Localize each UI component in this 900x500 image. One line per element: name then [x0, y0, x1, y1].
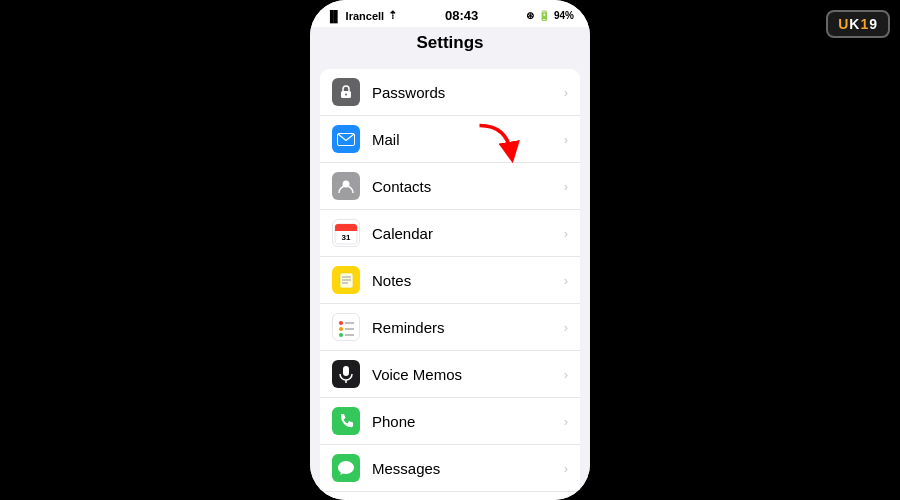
messages-chevron: ›: [564, 461, 568, 476]
settings-row-mail[interactable]: Mail ›: [320, 116, 580, 163]
settings-row-reminders[interactable]: Reminders ›: [320, 304, 580, 351]
settings-list: Passwords › Mail ›: [310, 61, 590, 500]
mail-label: Mail: [372, 131, 564, 148]
passwords-label: Passwords: [372, 84, 564, 101]
svg-point-14: [339, 327, 343, 331]
messages-label: Messages: [372, 460, 564, 477]
voicememos-icon: [332, 360, 360, 388]
battery-icon: 🔋: [538, 10, 550, 21]
contacts-label: Contacts: [372, 178, 564, 195]
carrier-label: Irancell: [346, 10, 385, 22]
contacts-chevron: ›: [564, 179, 568, 194]
battery-label: 94%: [554, 10, 574, 21]
voicememos-label: Voice Memos: [372, 366, 564, 383]
settings-row-messages[interactable]: Messages ›: [320, 445, 580, 492]
notes-label: Notes: [372, 272, 564, 289]
calendar-label: Calendar: [372, 225, 564, 242]
page-title: Settings: [310, 27, 590, 61]
calendar-icon: 31: [332, 219, 360, 247]
wifi-icon: ⇡: [388, 9, 397, 22]
voicememos-chevron: ›: [564, 367, 568, 382]
passwords-icon: [332, 78, 360, 106]
settings-row-voicememos[interactable]: Voice Memos ›: [320, 351, 580, 398]
notes-chevron: ›: [564, 273, 568, 288]
mail-chevron: ›: [564, 132, 568, 147]
calendar-chevron: ›: [564, 226, 568, 241]
phone-label: Phone: [372, 413, 564, 430]
watermark-text: UK19: [838, 16, 878, 32]
messages-icon: [332, 454, 360, 482]
notes-icon: [332, 266, 360, 294]
svg-point-13: [339, 321, 343, 325]
status-left: ▐▌ Irancell ⇡: [326, 9, 397, 22]
time-label: 08:43: [445, 8, 478, 23]
status-right: ⊛ 🔋 94%: [526, 10, 574, 21]
watermark: UK19: [826, 10, 890, 38]
settings-row-phone[interactable]: Phone ›: [320, 398, 580, 445]
svg-point-15: [339, 333, 343, 337]
settings-row-contacts[interactable]: Contacts ›: [320, 163, 580, 210]
svg-text:31: 31: [342, 233, 351, 242]
reminders-chevron: ›: [564, 320, 568, 335]
svg-point-2: [345, 94, 347, 96]
phone-icon: [332, 407, 360, 435]
mail-icon: [332, 125, 360, 153]
contacts-icon: [332, 172, 360, 200]
svg-rect-19: [343, 366, 349, 376]
reminders-icon: [332, 313, 360, 341]
settings-row-calendar[interactable]: 31 Calendar ›: [320, 210, 580, 257]
lock-icon: ⊛: [526, 10, 534, 21]
settings-row-passwords[interactable]: Passwords ›: [320, 69, 580, 116]
phone-chevron: ›: [564, 414, 568, 429]
phone-frame: ▐▌ Irancell ⇡ 08:43 ⊛ 🔋 94% Settings: [310, 0, 590, 500]
settings-row-notes[interactable]: Notes ›: [320, 257, 580, 304]
signal-icon: ▐▌: [326, 10, 342, 22]
svg-rect-7: [335, 229, 357, 231]
reminders-label: Reminders: [372, 319, 564, 336]
settings-row-facetime[interactable]: FaceTime ›: [320, 492, 580, 500]
status-bar: ▐▌ Irancell ⇡ 08:43 ⊛ 🔋 94%: [310, 0, 590, 27]
passwords-chevron: ›: [564, 85, 568, 100]
settings-section: Passwords › Mail ›: [320, 69, 580, 500]
